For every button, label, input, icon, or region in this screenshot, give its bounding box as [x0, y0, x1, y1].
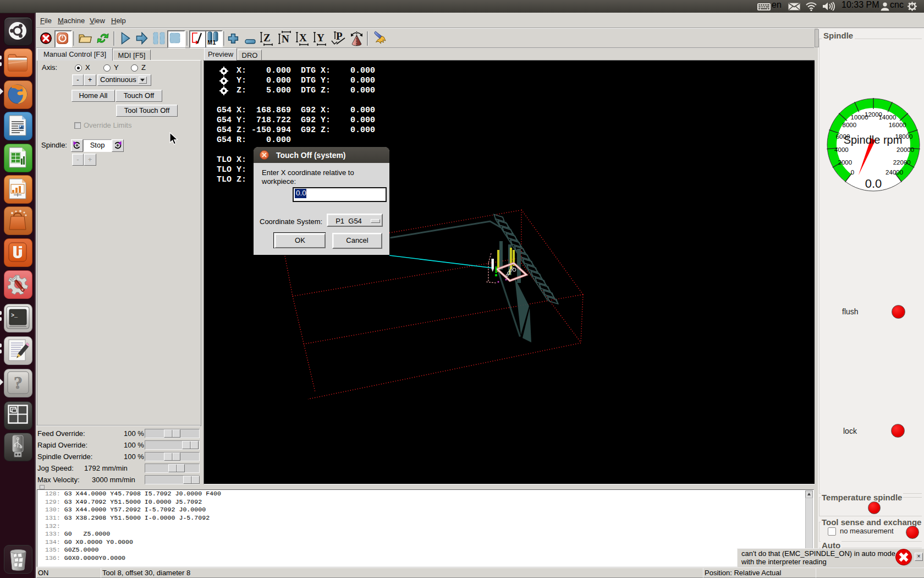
- svg-text:20000: 20000: [897, 146, 914, 153]
- svg-text:N: N: [282, 33, 289, 45]
- svg-text:M1: M1: [207, 39, 216, 45]
- svg-text:>_: >_: [11, 313, 18, 319]
- svg-text:22000: 22000: [893, 159, 911, 166]
- svg-text:8000: 8000: [843, 122, 857, 128]
- svg-text:16000: 16000: [889, 122, 906, 128]
- svg-text:Spindle rpm: Spindle rpm: [844, 134, 903, 146]
- svg-text:2000: 2000: [838, 159, 853, 166]
- svg-text:4000: 4000: [834, 146, 849, 153]
- svg-text:?: ?: [14, 373, 23, 392]
- svg-text:X: X: [299, 32, 307, 43]
- svg-text:14000: 14000: [878, 114, 896, 121]
- svg-text:0.0: 0.0: [865, 177, 882, 190]
- svg-text:24000: 24000: [886, 169, 903, 176]
- svg-text:0: 0: [851, 169, 854, 176]
- svg-text:Z: Z: [263, 32, 271, 43]
- svg-text:P: P: [336, 30, 343, 42]
- svg-text:Y: Y: [317, 32, 324, 43]
